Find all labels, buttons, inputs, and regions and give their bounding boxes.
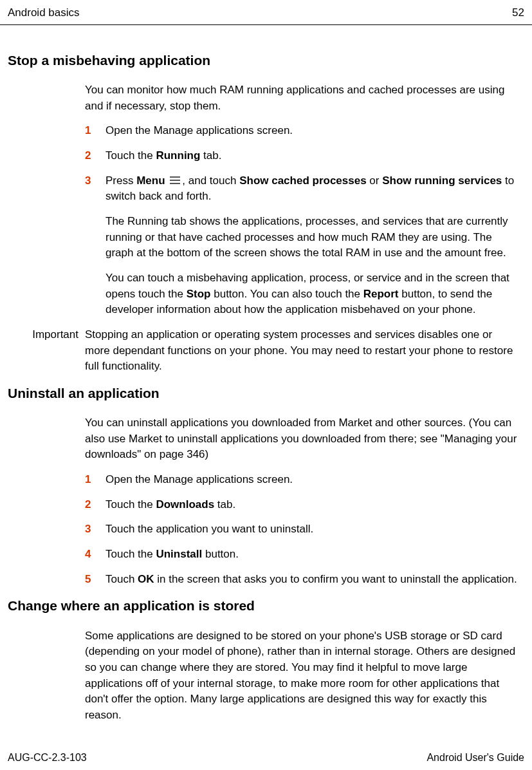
bold-text: Show running services bbox=[382, 174, 502, 187]
text-fragment: or bbox=[367, 174, 383, 187]
step-sub-paragraph: You can touch a misbehaving application,… bbox=[105, 270, 518, 318]
step-number: 1 bbox=[85, 123, 105, 139]
step-text: Touch the Downloads tab. bbox=[105, 497, 518, 513]
bold-text: Uninstall bbox=[156, 548, 202, 560]
step-sub-paragraph: The Running tab shows the applications, … bbox=[105, 214, 518, 261]
step-text: Touch the Running tab. bbox=[105, 148, 518, 164]
section-title-change-storage: Change where an application is stored bbox=[8, 596, 524, 615]
step-number: 2 bbox=[85, 148, 105, 164]
intro-paragraph: You can uninstall applications you downl… bbox=[85, 415, 518, 463]
bold-text: Menu bbox=[136, 174, 165, 187]
section-title-uninstall: Uninstall an application bbox=[8, 384, 524, 402]
step-row: 4 Touch the Uninstall button. bbox=[85, 547, 518, 563]
text-fragment: tab. bbox=[214, 498, 235, 511]
bold-text: Stop bbox=[187, 288, 211, 300]
step-text: Press Menu , and touch Show cached proce… bbox=[105, 173, 518, 205]
page-header: Android basics 52 bbox=[0, 0, 532, 25]
bold-text: Running bbox=[156, 149, 200, 162]
step-row: 1 Open the Manage applications screen. bbox=[85, 472, 518, 488]
important-text: Stopping an application or operating sys… bbox=[85, 327, 518, 375]
footer-left: AUG-CC-2.3-103 bbox=[8, 751, 87, 765]
bold-text: OK bbox=[138, 573, 154, 585]
header-page-number: 52 bbox=[512, 5, 524, 21]
menu-icon bbox=[169, 176, 181, 185]
step-number: 3 bbox=[85, 521, 105, 538]
step-row: 5 Touch OK in the screen that asks you t… bbox=[85, 572, 518, 588]
bold-text: Report bbox=[363, 288, 399, 300]
text-fragment: Touch the bbox=[105, 548, 156, 560]
step-row: 1 Open the Manage applications screen. bbox=[85, 123, 518, 139]
step-number: 1 bbox=[85, 472, 105, 488]
important-label: Important bbox=[8, 327, 85, 375]
text-fragment: Touch the bbox=[105, 498, 156, 511]
footer-right: Android User's Guide bbox=[427, 751, 524, 765]
step-number: 4 bbox=[85, 547, 105, 563]
step-row: 2 Touch the Downloads tab. bbox=[85, 497, 518, 513]
section-title-stop-app: Stop a misbehaving application bbox=[8, 51, 524, 70]
text-fragment: Touch the bbox=[105, 149, 156, 162]
step-text: Open the Manage applications screen. bbox=[105, 472, 518, 488]
step-number: 5 bbox=[85, 572, 105, 588]
step-row: 2 Touch the Running tab. bbox=[85, 148, 518, 164]
step-text: Touch the Uninstall button. bbox=[105, 547, 518, 563]
step-number: 2 bbox=[85, 497, 105, 513]
step-text: Touch the application you want to uninst… bbox=[105, 521, 518, 538]
text-fragment: Press bbox=[105, 174, 136, 187]
text-fragment: button. You can also touch the bbox=[211, 288, 363, 300]
step-text: Touch OK in the screen that asks you to … bbox=[105, 572, 518, 588]
text-fragment: in the screen that asks you to confirm y… bbox=[154, 573, 517, 585]
text-fragment: , and touch bbox=[182, 174, 239, 187]
important-note: Important Stopping an application or ope… bbox=[8, 327, 518, 375]
text-fragment: Touch bbox=[105, 573, 138, 585]
step-row: 3 Press Menu , and touch Show cached pro… bbox=[85, 173, 518, 205]
page-content: Stop a misbehaving application You can m… bbox=[0, 25, 532, 724]
bold-text: Downloads bbox=[156, 498, 214, 511]
header-left: Android basics bbox=[8, 5, 80, 21]
page-footer: AUG-CC-2.3-103 Android User's Guide bbox=[8, 751, 524, 765]
intro-paragraph: Some applications are designed to be sto… bbox=[85, 628, 518, 724]
svg-rect-1 bbox=[170, 180, 180, 181]
svg-rect-0 bbox=[170, 176, 180, 178]
svg-rect-2 bbox=[170, 183, 180, 184]
text-fragment: tab. bbox=[200, 149, 221, 162]
step-row: 3 Touch the application you want to unin… bbox=[85, 521, 518, 538]
intro-paragraph: You can monitor how much RAM running app… bbox=[85, 82, 518, 114]
step-number: 3 bbox=[85, 173, 105, 205]
bold-text: Show cached processes bbox=[239, 174, 366, 187]
step-text: Open the Manage applications screen. bbox=[105, 123, 518, 139]
text-fragment: button. bbox=[202, 548, 239, 560]
